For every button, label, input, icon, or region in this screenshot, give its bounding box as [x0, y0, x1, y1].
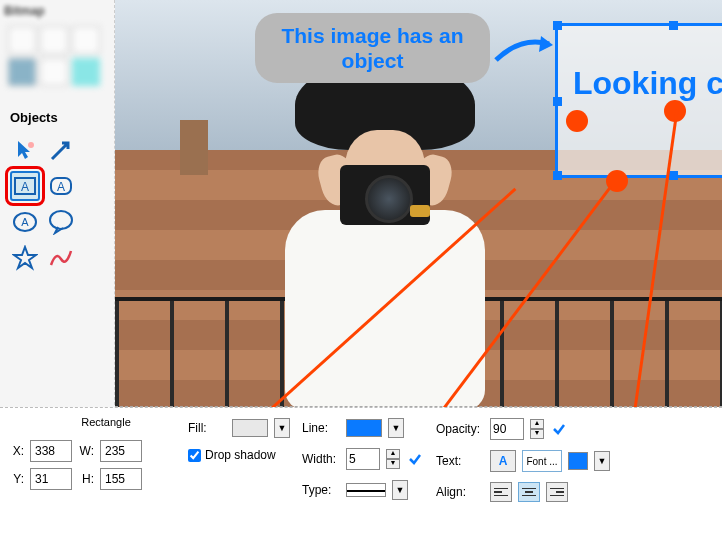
drop-shadow-checkbox[interactable]: [188, 449, 201, 462]
fill-dropdown[interactable]: ▼: [274, 418, 290, 438]
canvas-area[interactable]: This image has an object Looking cool: [115, 0, 722, 407]
bitmap-tool[interactable]: [8, 58, 36, 86]
line-label: Line:: [302, 421, 340, 435]
opacity-up[interactable]: ▲: [530, 419, 544, 429]
x-label: X:: [8, 444, 24, 458]
opacity-apply[interactable]: [550, 420, 568, 438]
resize-handle-s[interactable]: [669, 171, 678, 180]
svg-point-7: [50, 211, 72, 229]
arrow-tool[interactable]: [46, 135, 76, 165]
opacity-down[interactable]: ▼: [530, 429, 544, 439]
x-input[interactable]: [30, 440, 72, 462]
width-apply[interactable]: [406, 450, 424, 468]
type-dropdown[interactable]: ▼: [392, 480, 408, 500]
font-button[interactable]: Font ...: [522, 450, 562, 472]
align-right-button[interactable]: [546, 482, 568, 502]
pointer-tool[interactable]: [10, 135, 40, 165]
y-input[interactable]: [30, 468, 72, 490]
annotation-dot: [566, 110, 588, 132]
object-text: Looking cool: [558, 26, 722, 102]
bitmap-tool[interactable]: [8, 26, 36, 54]
objects-section-title: Objects: [4, 106, 110, 135]
text-color-dropdown[interactable]: ▼: [594, 451, 610, 471]
bitmap-section-title: Bitmap: [4, 4, 110, 18]
h-input[interactable]: [100, 468, 142, 490]
resize-handle-nw[interactable]: [553, 21, 562, 30]
w-label: W:: [78, 444, 94, 458]
speech-bubble-tool[interactable]: [46, 207, 76, 237]
annotation-arrow: [493, 30, 563, 80]
selected-object[interactable]: Looking cool: [555, 23, 722, 178]
resize-handle-sw[interactable]: [553, 171, 562, 180]
width-label: Width:: [302, 452, 340, 466]
fill-label: Fill:: [188, 421, 226, 435]
width-down[interactable]: ▼: [386, 459, 400, 469]
svg-text:A: A: [57, 180, 65, 194]
align-center-button[interactable]: [518, 482, 540, 502]
text-label: Text:: [436, 454, 484, 468]
freehand-tool[interactable]: [46, 243, 76, 273]
star-tool[interactable]: [10, 243, 40, 273]
opacity-label: Opacity:: [436, 422, 484, 436]
bitmap-tool[interactable]: [72, 26, 100, 54]
shape-type-label: Rectangle: [8, 414, 172, 434]
callout-text: This image has an object: [281, 24, 463, 72]
align-left-button[interactable]: [490, 482, 512, 502]
line-type-swatch[interactable]: [346, 483, 386, 497]
text-rounded-tool[interactable]: A: [46, 171, 76, 201]
bitmap-tool[interactable]: [72, 58, 100, 86]
svg-text:A: A: [21, 216, 29, 228]
width-input[interactable]: [346, 448, 380, 470]
drop-shadow-label: Drop shadow: [205, 448, 276, 462]
line-dropdown[interactable]: ▼: [388, 418, 404, 438]
text-rectangle-tool[interactable]: A: [10, 171, 40, 201]
fill-color-swatch[interactable]: [232, 419, 268, 437]
text-style-button[interactable]: A: [490, 450, 516, 472]
y-label: Y:: [8, 472, 24, 486]
bitmap-tools: [4, 18, 110, 94]
resize-handle-n[interactable]: [669, 21, 678, 30]
text-color-swatch[interactable]: [568, 452, 588, 470]
text-ellipse-tool[interactable]: A: [10, 207, 40, 237]
line-color-swatch[interactable]: [346, 419, 382, 437]
align-label: Align:: [436, 485, 484, 499]
resize-handle-w[interactable]: [553, 97, 562, 106]
bitmap-tool[interactable]: [40, 26, 68, 54]
annotation-callout: This image has an object: [255, 13, 490, 83]
width-up[interactable]: ▲: [386, 449, 400, 459]
left-panel: Bitmap Objects A A A: [0, 0, 115, 410]
opacity-input[interactable]: [490, 418, 524, 440]
type-label: Type:: [302, 483, 340, 497]
h-label: H:: [78, 472, 94, 486]
properties-panel: Rectangle X: W: Y: H: Fill: ▼ Drop shado…: [0, 407, 722, 547]
bitmap-tool[interactable]: [40, 58, 68, 86]
svg-point-0: [28, 142, 34, 148]
w-input[interactable]: [100, 440, 142, 462]
svg-text:A: A: [21, 180, 29, 194]
